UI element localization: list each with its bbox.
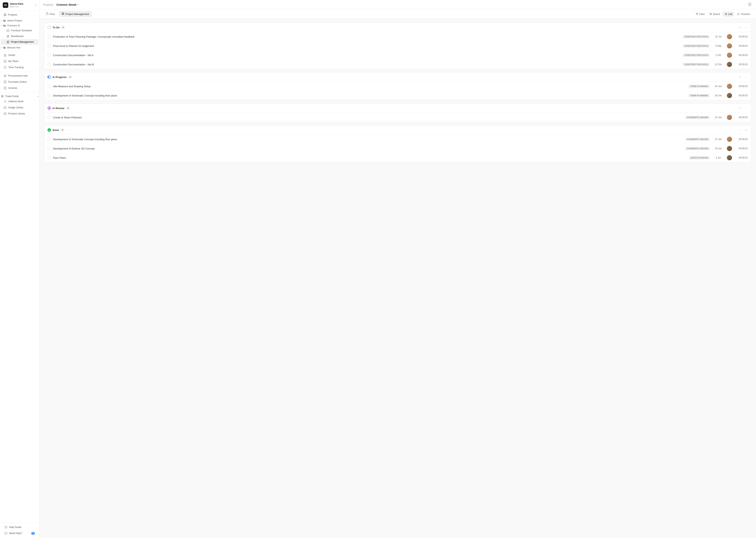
- task-name: Site Measure and Drawing Setup: [53, 85, 688, 88]
- sidebar-item-studio[interactable]: Studio: [1, 52, 38, 58]
- table-row[interactable]: Site Measure and Drawing Setup TOWN PLAN…: [44, 82, 751, 91]
- avatar: [727, 43, 732, 48]
- sidebar-item-projects[interactable]: Projects: [1, 12, 38, 18]
- breadcrumb-projects[interactable]: Projects: [43, 3, 53, 6]
- avatar: VK: [3, 2, 8, 8]
- user-name: Velora Klein: [10, 3, 35, 5]
- table-row[interactable]: Final Issue to Planner for lodgement CON…: [44, 41, 751, 51]
- section-count-in-review: 0: [66, 107, 70, 110]
- sidebar-item-benson-ave[interactable]: ▾ Benson Ave: [1, 45, 38, 50]
- sidebar-item-cremore-st[interactable]: ▾ Cremore St: [1, 23, 38, 27]
- more-options-button[interactable]: ···: [744, 25, 748, 29]
- table-row[interactable]: Floor Plans SKETCH DESIGN 3 Jul 00:00:01: [44, 153, 751, 162]
- divider: [0, 92, 39, 92]
- doc-icon: [6, 40, 10, 43]
- table-row[interactable]: Development of Exterior 3D Concept SCHEM…: [44, 144, 751, 153]
- sidebar-item-label: Product Library: [8, 112, 36, 115]
- task-checkbox[interactable]: [47, 85, 51, 88]
- tab-project-management[interactable]: Project Management: [59, 11, 91, 17]
- table-row[interactable]: Create & Share Pinboard SCHEMATIC DESIGN…: [44, 113, 751, 122]
- more-options-button[interactable]: ···: [744, 75, 748, 79]
- add-task-button[interactable]: +: [738, 106, 742, 110]
- sidebar-item-trade-portal[interactable]: Trade Portal ▾: [1, 93, 38, 98]
- task-checkbox[interactable]: [47, 156, 51, 159]
- task-checkbox[interactable]: [47, 35, 51, 38]
- table-row[interactable]: Construction Documentation - Set A CONST…: [44, 51, 751, 60]
- chevron-down-icon: ▾: [37, 95, 38, 97]
- view-timeline-label: Timeline: [740, 13, 750, 16]
- task-name: Development of Schematic Concept includi…: [53, 138, 685, 141]
- task-tag: SCHEMATIC DESIGN: [685, 147, 710, 150]
- task-tag: CONSTRUCTION DOCS: [683, 35, 710, 38]
- sidebar-item-label: Studio: [8, 54, 36, 57]
- tab-files-label: Files: [50, 13, 55, 16]
- sidebar-item-procurement-hub[interactable]: Procurement Hub: [1, 73, 38, 79]
- task-tag: SKETCH DESIGN: [689, 156, 710, 159]
- sidebar-item-address-book[interactable]: Address Book: [1, 98, 38, 104]
- task-checkbox[interactable]: [47, 116, 51, 119]
- help-icon: [4, 526, 8, 529]
- more-options-button[interactable]: ···: [742, 2, 746, 7]
- chat-icon: [4, 532, 8, 535]
- sidebar-item-label: Invoices: [8, 87, 36, 89]
- sidebar-item-moodboard[interactable]: Moodboard: [1, 33, 38, 39]
- sidebar-item-time-tracking[interactable]: Time Tracking: [1, 64, 38, 70]
- task-tag: SCHEMATIC DESIGN: [685, 116, 710, 119]
- add-task-button[interactable]: +: [744, 128, 748, 132]
- table-row[interactable]: Development of Schematic Concept includi…: [44, 91, 751, 100]
- sidebar-item-invoices[interactable]: Invoices: [1, 85, 38, 91]
- breadcrumb-current-project[interactable]: Cremore Street ▾: [56, 3, 78, 6]
- task-date: 4 Sep: [713, 44, 724, 47]
- invoice-icon: [4, 86, 7, 89]
- avatar: [727, 53, 732, 58]
- task-name: Construction Documentation - Set B: [53, 63, 683, 66]
- svg-rect-46: [710, 13, 710, 15]
- sidebar-item-need-help[interactable]: Need Help? 4: [2, 530, 38, 536]
- divider: [0, 51, 39, 51]
- chevron-down-icon: ▾: [77, 3, 78, 6]
- sidebar-item-image-library[interactable]: Image Library: [1, 105, 38, 110]
- task-checkbox[interactable]: [47, 63, 51, 66]
- more-options-button[interactable]: ···: [738, 128, 743, 132]
- view-toolbar: Files Project Management Filter Board Li…: [39, 10, 756, 19]
- folder-icon: [3, 19, 6, 22]
- svg-rect-4: [7, 29, 9, 32]
- split-view-button[interactable]: [747, 2, 752, 7]
- person-icon: [4, 100, 7, 103]
- add-task-button[interactable]: +: [738, 75, 742, 79]
- task-checkbox[interactable]: [47, 54, 51, 57]
- task-checkbox[interactable]: [47, 94, 51, 97]
- sidebar-item-demo-project[interactable]: ▾ Demo Project: [1, 18, 38, 23]
- svg-rect-9: [7, 36, 8, 37]
- sidebar-item-label: Help Guide: [9, 526, 35, 528]
- add-task-button[interactable]: +: [738, 25, 742, 29]
- filter-button[interactable]: Filter: [694, 11, 707, 17]
- folder-icon: [3, 24, 6, 27]
- more-options-button[interactable]: ···: [744, 106, 748, 110]
- sidebar-item-label: Time Tracking: [8, 66, 36, 69]
- view-board-button[interactable]: Board: [708, 11, 722, 17]
- svg-rect-1: [5, 14, 6, 15]
- tab-files[interactable]: Files: [43, 11, 58, 17]
- sidebar-header[interactable]: VK Velora Klein Alice Lee ▾: [0, 0, 39, 11]
- sidebar-item-purchase-orders[interactable]: Purchase Orders: [1, 79, 38, 85]
- task-checkbox[interactable]: [47, 44, 51, 47]
- task-checkbox[interactable]: [47, 147, 51, 150]
- table-row[interactable]: Production of Town Planning Package / In…: [44, 32, 751, 41]
- sidebar-item-product-library[interactable]: Product Library: [1, 111, 38, 117]
- table-row[interactable]: Construction Documentation - Set B CONST…: [44, 60, 751, 69]
- sidebar-item-project-management[interactable]: Project Management: [1, 39, 38, 45]
- avatar: [727, 115, 732, 120]
- sidebar-item-label: Project Management: [11, 40, 36, 43]
- task-tag: SCHEMATIC DESIGN: [685, 138, 710, 141]
- table-row[interactable]: Development of Schematic Concept includi…: [44, 135, 751, 144]
- view-list-button[interactable]: List: [723, 11, 734, 17]
- sidebar-item-furniture-schedule[interactable]: Furniture Schedule: [1, 28, 38, 33]
- task-checkbox[interactable]: [47, 138, 51, 141]
- task-tag: TOWN PLANNING: [688, 94, 710, 97]
- sidebar-item-label: My Tasks: [8, 60, 36, 63]
- view-timeline-button[interactable]: Timeline: [735, 11, 752, 17]
- sidebar-item-help-guide[interactable]: Help Guide: [2, 524, 38, 530]
- sidebar-item-my-tasks[interactable]: My Tasks: [1, 58, 38, 64]
- svg-rect-10: [8, 36, 9, 37]
